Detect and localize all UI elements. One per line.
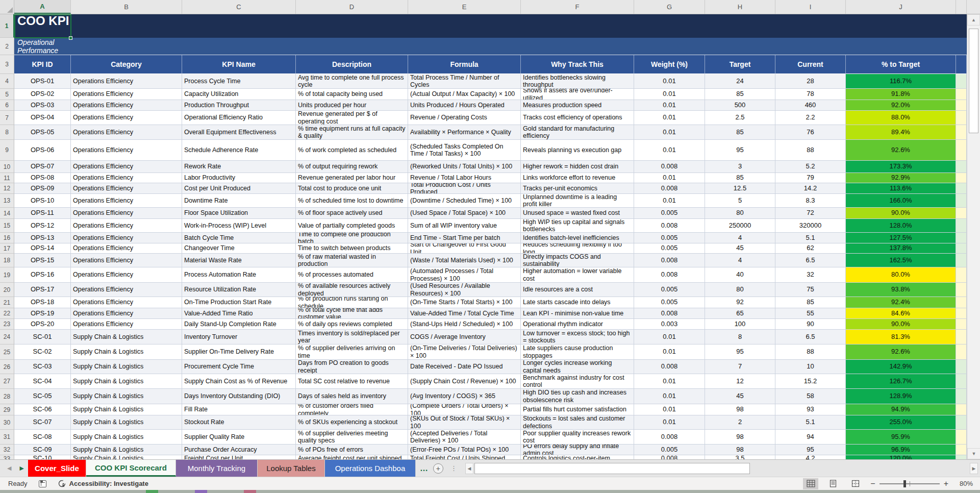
cell-target[interactable]: 5 [705, 194, 775, 208]
cell-target[interactable]: 8 [705, 330, 775, 344]
cell-formula[interactable]: (Error-Free POs / Total POs) × 100 [408, 445, 521, 455]
row-number-18[interactable]: 18 [0, 254, 14, 267]
cell-formula[interactable]: (Automated Processes / Total Processes) … [408, 267, 521, 283]
cell-pct-to-target[interactable]: 113.6% [846, 183, 956, 194]
cell-why-track[interactable]: Measures production speed [521, 100, 634, 111]
cell-kpi-id[interactable]: SC-06 [14, 404, 71, 415]
cell-kpi-name[interactable]: Overall Equipment Effectiveness [182, 125, 296, 140]
cell-target[interactable]: 24 [705, 74, 775, 89]
cell-kpi-id[interactable]: OPS-03 [14, 100, 71, 111]
cell-status-flag[interactable] [956, 267, 967, 283]
cell-current[interactable]: 5.1 [775, 233, 846, 243]
horizontal-scrollbar[interactable]: ◀ ▶ [463, 460, 980, 477]
sheet-tab-monthly-tracking[interactable]: Monthly Tracking [176, 460, 258, 477]
cell-category[interactable]: Operations Efficiency [71, 194, 182, 208]
cell-description[interactable]: Total cost to produce one unit [296, 183, 408, 194]
cell-category[interactable]: Operations Efficiency [71, 267, 182, 283]
tab-splitter-handle[interactable]: ⋮ [448, 464, 459, 472]
cell-formula[interactable]: Availability × Performance × Quality [408, 125, 521, 140]
cell-formula[interactable]: (Actual Output / Max Capacity) × 100 [408, 89, 521, 100]
prev-sheet-icon[interactable]: ◀ [7, 465, 11, 472]
cell-description[interactable]: % of total capacity being used [296, 89, 408, 100]
cell-kpi-name[interactable]: Procurement Cycle Time [182, 360, 296, 374]
cell-current[interactable]: 76 [775, 125, 846, 140]
cell-target[interactable]: 98 [705, 445, 775, 455]
cell-category[interactable]: Operations Efficiency [71, 125, 182, 140]
cell-status-flag[interactable] [956, 125, 967, 140]
row-number-17[interactable]: 17 [0, 243, 14, 254]
cell-current[interactable]: 78 [775, 89, 846, 100]
cell-current[interactable]: 15.2 [775, 374, 846, 389]
cell-kpi-id[interactable]: SC-08 [14, 430, 71, 445]
cell-why-track[interactable]: High DIO ties up cash and increases obso… [521, 389, 634, 404]
cell-weight[interactable]: 0.008 [634, 254, 705, 267]
cell-formula[interactable]: (On-Time Starts / Total Starts) × 100 [408, 297, 521, 308]
cell-description[interactable]: Revenue generated per $ of operating cos… [296, 111, 408, 125]
column-letter-I[interactable]: I [775, 0, 846, 14]
cell-target[interactable]: 80 [705, 283, 775, 297]
cell-weight[interactable]: 0.01 [634, 173, 705, 183]
cell-current[interactable]: 460 [775, 100, 846, 111]
normal-view-button[interactable] [803, 478, 818, 489]
row-number-32[interactable]: 32 [0, 445, 14, 455]
column-header-cell[interactable]: KPI ID [14, 55, 71, 74]
cell-formula[interactable]: Revenue / Operating Costs [408, 111, 521, 125]
page-layout-view-button[interactable] [825, 478, 841, 489]
cell-weight[interactable]: 0.01 [634, 344, 705, 360]
cell-status-flag[interactable] [956, 319, 967, 330]
cell-category[interactable]: Supply Chain & Logistics [71, 374, 182, 389]
cell-formula[interactable]: (Complete Orders / Total Orders) × 100 [408, 404, 521, 415]
row-number-4[interactable]: 4 [0, 74, 14, 89]
cell-kpi-id[interactable]: OPS-18 [14, 297, 71, 308]
row-number-9[interactable]: 9 [0, 140, 14, 161]
cell-category[interactable]: Supply Chain & Logistics [71, 415, 182, 430]
cell-pct-to-target[interactable]: 90.0% [846, 319, 956, 330]
cell-pct-to-target[interactable]: 120.0% [846, 455, 956, 459]
horizontal-scrollbar-thumb[interactable] [474, 463, 750, 474]
cell-formula[interactable]: (Used Resources / Available Resources) ×… [408, 283, 521, 297]
column-header-cell[interactable]: Description [296, 55, 408, 74]
cell-formula[interactable]: COGS / Average Inventory [408, 330, 521, 344]
row-number-29[interactable]: 29 [0, 404, 14, 415]
cell-formula[interactable]: (Supply Chain Cost / Revenue) × 100 [408, 374, 521, 389]
cell-kpi-id[interactable]: OPS-16 [14, 267, 71, 283]
row-number-3[interactable]: 3 [0, 55, 14, 74]
row-number-28[interactable]: 28 [0, 389, 14, 404]
cell-why-track[interactable]: Tracks per-unit economics [521, 183, 634, 194]
cell-kpi-name[interactable]: Cost per Unit Produced [182, 183, 296, 194]
cell-current[interactable]: 320000 [775, 219, 846, 233]
cell-status-flag[interactable] [956, 297, 967, 308]
row-number-14[interactable]: 14 [0, 208, 14, 219]
cell-kpi-id[interactable]: OPS-07 [14, 161, 71, 173]
cell-description[interactable]: Days of sales held as inventory [296, 389, 408, 404]
macro-record-icon[interactable] [39, 480, 46, 487]
cell-status-flag[interactable] [956, 344, 967, 360]
sheet-tab-operations-dashboa[interactable]: Operations Dashboa [325, 460, 416, 477]
cell-status-flag[interactable] [956, 389, 967, 404]
cell-kpi-name[interactable]: Production Throughput [182, 100, 296, 111]
cell-description[interactable]: % of customer orders filled completely [296, 404, 408, 415]
cell-current[interactable]: 55 [775, 308, 846, 319]
cell-description[interactable]: % of output requiring rework [296, 161, 408, 173]
cell-pct-to-target[interactable]: 92.6% [846, 140, 956, 161]
cell-target[interactable]: 12 [705, 374, 775, 389]
cell-kpi-name[interactable]: Days Inventory Outstanding (DIO) [182, 389, 296, 404]
cell-weight[interactable]: 0.005 [634, 243, 705, 254]
cell-pct-to-target[interactable]: 88.0% [846, 111, 956, 125]
cell-pct-to-target[interactable]: 142.9% [846, 360, 956, 374]
cell-target[interactable]: 3.5 [705, 455, 775, 459]
cell-why-track[interactable]: Late starts cascade into delays [521, 297, 634, 308]
cell-status-flag[interactable] [956, 111, 967, 125]
cell-why-track[interactable]: Identifies bottlenecks slowing throughpu… [521, 74, 634, 89]
cell-description[interactable]: Value of partially completed goods [296, 219, 408, 233]
cell-formula[interactable]: Total Freight Cost / Units Shipped [408, 455, 521, 459]
cell-category[interactable]: Operations Efficiency [71, 308, 182, 319]
cell-current[interactable]: 5.1 [775, 415, 846, 430]
column-header-cell[interactable]: % to Target [846, 55, 956, 74]
column-letter-C[interactable]: C [182, 0, 296, 14]
cell-kpi-name[interactable]: Changeover Time [182, 243, 296, 254]
cell-category[interactable]: Supply Chain & Logistics [71, 360, 182, 374]
more-tabs-indicator[interactable]: … [420, 464, 428, 473]
cell-formula[interactable]: (Used Space / Total Space) × 100 [408, 208, 521, 219]
cell-description[interactable]: Times inventory is sold/replaced per yea… [296, 330, 408, 344]
